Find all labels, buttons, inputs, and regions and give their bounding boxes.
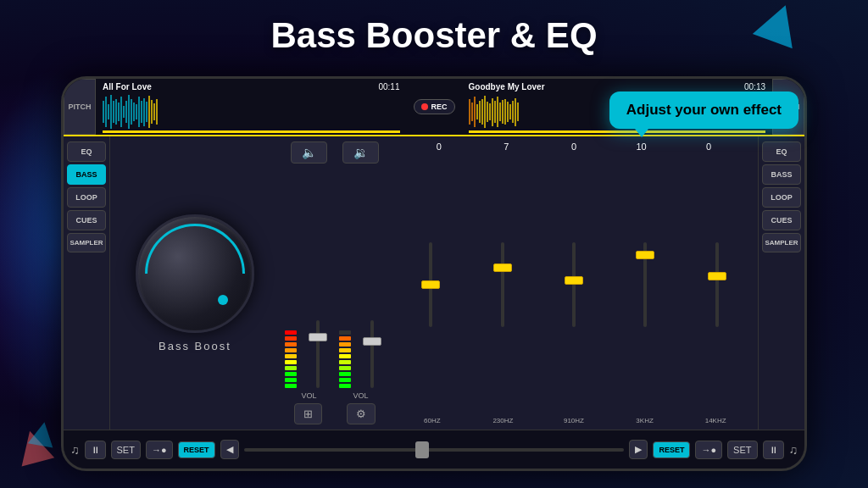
left-waveform-vis[interactable] [103, 93, 400, 130]
eq-fader-thumb-3 [636, 251, 654, 259]
left-waveform-bars [103, 93, 400, 130]
eq-val-4: 0 [696, 141, 721, 152]
left-sidebar: EQ BASS LOOP CUES SAMPLER [64, 136, 110, 430]
fader-col-left [303, 320, 332, 388]
sidebar-btn-sampler-left[interactable]: SAMPLER [67, 233, 106, 252]
eq-val-3: 10 [629, 141, 654, 152]
left-track-time: 00:11 [378, 82, 399, 92]
eq-fader-track-1[interactable] [501, 242, 504, 327]
eq-values: 0 7 0 10 0 [397, 141, 751, 152]
eq-faders [397, 155, 751, 413]
adjust-tooltip: Adjust your own effect [609, 92, 798, 129]
sidebar-btn-cues-right[interactable]: CUES [762, 210, 801, 230]
eq-val-1: 7 [493, 141, 519, 152]
eq-freq-2: 910HZ [559, 417, 589, 424]
eq-freq-3: 3KHZ [630, 417, 660, 424]
transport-slider[interactable] [244, 448, 625, 452]
main-content: EQ BASS LOOP CUES SAMPLER Bass Boost 🔈 [64, 136, 804, 430]
right-track-name: Goodbye My Lover [469, 82, 545, 92]
settings-icon[interactable]: ⚙ [347, 403, 376, 424]
vol-label-right: VOL [353, 391, 368, 400]
eq-fader-track-3[interactable] [643, 242, 647, 327]
eq-freq-1: 230HZ [487, 417, 518, 424]
eq-fader-track-2[interactable] [572, 242, 576, 327]
dj-app: PITCH All For Love 00:11 [64, 79, 804, 469]
set-btn-right[interactable]: SET [727, 441, 757, 459]
sidebar-btn-eq-right[interactable]: EQ [762, 141, 801, 162]
sidebar-btn-cues-left[interactable]: CUES [67, 210, 106, 230]
right-track-time: 00:13 [744, 82, 765, 92]
phone-frame: PITCH All For Love 00:11 [61, 76, 807, 471]
sidebar-btn-bass-right[interactable]: BASS [762, 164, 801, 185]
vol-labels: VOL VOL [283, 391, 387, 400]
arrow-rec-btn-right[interactable]: →● [695, 441, 722, 459]
left-pitch-btn[interactable]: PITCH [64, 79, 96, 135]
left-waveform-track: All For Love 00:11 [96, 79, 407, 135]
middle-controls: 🔈 🔉 [280, 136, 390, 430]
pause-btn-right[interactable]: ⏸ [763, 441, 784, 459]
arrow-rec-btn-left[interactable]: →● [146, 441, 173, 459]
eq-fader-thumb-4 [708, 272, 726, 280]
left-track-header: All For Love 00:11 [103, 82, 400, 92]
eq-fader-thumb-2 [565, 276, 583, 285]
eq-fader-230hz [501, 242, 504, 327]
eq-freq-4: 14KHZ [700, 417, 731, 424]
knob-indicator [218, 295, 228, 305]
reset-btn-right[interactable]: RESET [653, 441, 690, 458]
reset-btn-left[interactable]: RESET [178, 441, 215, 458]
eq-fader-track-0[interactable] [429, 242, 432, 327]
eq-freq-labels: 60HZ 230HZ 910HZ 3KHZ 14KHZ [397, 417, 751, 424]
vu-faders [283, 170, 387, 388]
knob-area: Bass Boost [110, 136, 280, 430]
music-note-right[interactable]: ♫ [789, 443, 798, 457]
sidebar-btn-loop-right[interactable]: LOOP [762, 187, 801, 208]
eq-fader-3khz [643, 242, 647, 327]
bottom-icons: ⊞ ⚙ [283, 403, 387, 424]
left-progress-line [103, 130, 400, 133]
knob-label: Bass Boost [159, 340, 231, 352]
music-note-left[interactable]: ♫ [70, 443, 80, 457]
eq-fader-60hz [429, 242, 432, 327]
eq-freq-0: 60HZ [417, 417, 448, 424]
page-title: Bass Booster & EQ [0, 15, 868, 56]
vu-meter-left [283, 330, 298, 388]
eq-section: 0 7 0 10 0 [390, 136, 758, 430]
fader-col-right [358, 320, 387, 388]
sidebar-btn-bass-left[interactable]: BASS [67, 164, 106, 185]
vol-icon-left[interactable]: 🔈 [291, 141, 327, 164]
vu-meter-right [337, 330, 353, 388]
prev-btn[interactable]: ◀ [220, 440, 239, 459]
eq-fader-thumb-0 [421, 280, 440, 289]
grid-icon[interactable]: ⊞ [294, 403, 322, 424]
eq-fader-track-4[interactable] [715, 242, 719, 327]
fader-thumb-left [309, 333, 327, 341]
set-btn-left[interactable]: SET [111, 441, 141, 459]
rec-button[interactable]: REC [414, 99, 455, 114]
bass-knob[interactable] [136, 214, 254, 333]
pause-btn-left[interactable]: ⏸ [85, 441, 106, 459]
sidebar-btn-loop-left[interactable]: LOOP [67, 187, 106, 208]
right-track-header: Goodbye My Lover 00:13 [469, 82, 766, 92]
fader-track-right[interactable] [370, 320, 374, 388]
fader-track-left[interactable] [316, 320, 320, 388]
rec-label: REC [431, 103, 448, 111]
left-track-name: All For Love [103, 82, 152, 92]
eq-val-0: 0 [426, 141, 452, 152]
sidebar-btn-sampler-right[interactable]: SAMPLER [762, 233, 801, 252]
next-btn[interactable]: ▶ [629, 440, 648, 459]
right-sidebar: EQ BASS LOOP CUES SAMPLER [758, 136, 804, 430]
fader-thumb-right [363, 337, 381, 346]
vol-icon-right[interactable]: 🔉 [342, 141, 379, 164]
eq-fader-910hz [572, 242, 576, 327]
eq-fader-thumb-1 [493, 263, 512, 272]
vol-icons: 🔈 🔉 [283, 141, 387, 164]
right-progress-line [469, 130, 766, 133]
rec-indicator [421, 103, 428, 110]
eq-fader-14khz [715, 242, 719, 327]
sidebar-btn-eq-left[interactable]: EQ [67, 141, 106, 162]
knob-container[interactable] [136, 214, 254, 333]
transport-thumb [415, 441, 429, 458]
triangle-bottom-left-2 [28, 420, 57, 448]
eq-val-2: 0 [561, 141, 587, 152]
transport-bar: ♫ ⏸ SET →● RESET ◀ ▶ RESET →● SET ⏸ ♫ [64, 430, 804, 469]
